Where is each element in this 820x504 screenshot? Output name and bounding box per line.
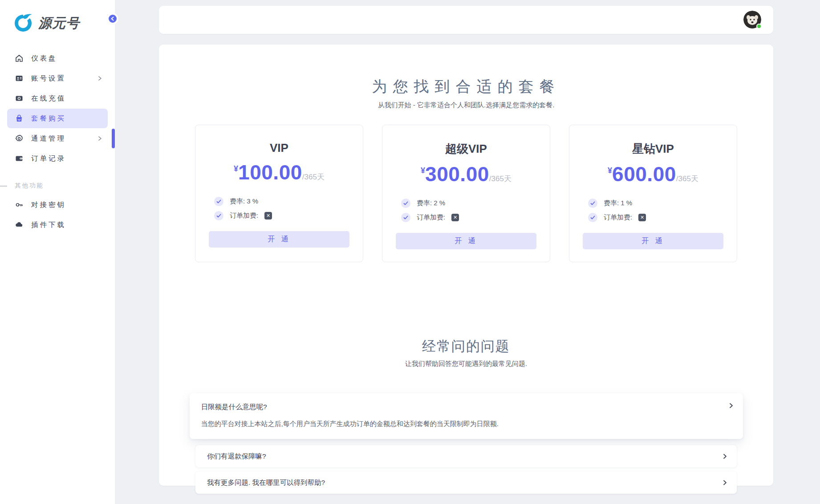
section-label: 其他功能	[15, 182, 44, 190]
rate-value: 2 %	[434, 199, 445, 207]
brand-logo[interactable]: 源元号	[0, 0, 115, 48]
rate-value: 1 %	[621, 199, 632, 207]
topbar	[159, 6, 773, 34]
rate-label: 费率:	[604, 199, 619, 207]
chevron-right-icon	[722, 453, 728, 459]
price-period: /365天	[302, 173, 325, 181]
rate-label: 费率:	[417, 199, 432, 207]
price-amount: 300.00	[425, 163, 489, 186]
feature-rate: 费率: 2 %	[401, 199, 536, 208]
faq-title: 经常问的问题	[159, 337, 773, 356]
shopping-bag-icon	[15, 114, 24, 123]
feature-label: 费率: 3 %	[230, 197, 258, 206]
plan-features: 费率: 1 % 订单加费: ✕	[583, 199, 723, 222]
app-root: 源元号 仪表盘 账号设置	[0, 0, 820, 504]
faq-item-daily-limit[interactable]: 日限额是什么意思呢? 当您的平台对接上本站之后,每个用户当天所产生成功订单的金额…	[190, 393, 743, 439]
pricing-subtitle: 从我们开始 - 它非常适合个人和团队.选择满足您需求的套餐.	[159, 101, 773, 110]
plan-price: ¥300.00/365天	[396, 162, 536, 186]
wallet-icon	[15, 154, 24, 163]
sidebar-item-api-keys[interactable]: 对接密钥	[7, 195, 108, 215]
sidebar-item-label: 账号设置	[31, 74, 66, 83]
plan-features: 费率: 3 % 订单加费: ✕	[209, 197, 349, 220]
check-icon	[214, 211, 223, 220]
check-icon	[588, 213, 597, 222]
feature-rate: 费率: 3 %	[214, 197, 349, 206]
sidebar-item-plugin-download[interactable]: 插件下载	[7, 215, 108, 235]
currency-symbol: ¥	[421, 166, 425, 175]
feature-surcharge: 订单加费: ✕	[401, 213, 536, 222]
sidebar-item-package-purchase[interactable]: 套餐购买	[7, 109, 108, 128]
check-icon	[588, 199, 597, 208]
user-avatar[interactable]	[743, 11, 761, 28]
id-card-icon	[15, 74, 24, 83]
pricing-title: 为您找到合适的套餐	[159, 45, 773, 97]
x-square-icon: ✕	[451, 214, 459, 221]
plan-name: VIP	[209, 141, 349, 155]
cloud-download-icon	[15, 220, 24, 229]
feature-surcharge: 订单加费: ✕	[214, 211, 349, 220]
feature-label: 费率: 1 %	[604, 199, 632, 207]
sidebar-item-channel-management[interactable]: 通道管理	[7, 129, 108, 148]
feature-label: 费率: 2 %	[417, 199, 445, 207]
plan-card-super-vip: 超级VIP ¥300.00/365天 费率: 2 % 订单加费: ✕ 开 通	[382, 125, 550, 262]
sidebar-item-label: 对接密钥	[31, 200, 66, 210]
sidebar-nav: 仪表盘 账号设置 在线充值 套	[0, 49, 115, 235]
sidebar-item-label: 套餐购买	[31, 114, 66, 123]
feature-label: 订单加费:	[230, 211, 258, 220]
plan-price: ¥100.00/365天	[209, 160, 349, 184]
feature-surcharge: 订单加费: ✕	[588, 213, 723, 222]
sidebar: 源元号 仪表盘 账号设置	[0, 0, 115, 504]
faq-answer: 当您的平台对接上本站之后,每个用户当天所产生成功订单的金额总和达到套餐的当天限制…	[201, 420, 731, 428]
currency-symbol: ¥	[234, 164, 238, 173]
sidebar-item-dashboard[interactable]: 仪表盘	[7, 49, 108, 68]
faq-subtitle: 让我们帮助回答您可能遇到的最常见问题.	[159, 360, 773, 368]
sidebar-item-label: 插件下载	[31, 220, 66, 230]
plan-name: 超级VIP	[396, 141, 536, 157]
sidebar-item-online-recharge[interactable]: 在线充值	[7, 89, 108, 108]
active-item-indicator	[112, 129, 115, 148]
check-icon	[401, 199, 410, 208]
price-amount: 100.00	[238, 161, 302, 184]
faq-item-more-help[interactable]: 我有更多问题. 我在哪里可以得到帮助?	[195, 471, 737, 494]
plan-name: 星钻VIP	[583, 141, 723, 157]
currency-symbol: ¥	[608, 166, 612, 175]
sidebar-item-label: 订单记录	[31, 154, 66, 163]
gear-icon	[15, 134, 24, 143]
feature-label: 订单加费:	[604, 213, 632, 222]
plan-card-star-diamond-vip: 星钻VIP ¥600.00/365天 费率: 1 % 订单加费: ✕ 开 通	[569, 125, 737, 262]
chevron-right-icon	[728, 402, 734, 409]
x-square-icon: ✕	[264, 212, 272, 219]
sidebar-section-other: 其他功能	[0, 182, 115, 190]
chevron-right-icon	[97, 136, 102, 141]
faq-question: 你们有退款保障嘛?	[207, 452, 266, 461]
sidebar-collapse-button[interactable]	[107, 13, 118, 24]
faq-question: 日限额是什么意思呢?	[201, 402, 731, 412]
sidebar-item-account-settings[interactable]: 账号设置	[7, 69, 108, 88]
plan-features: 费率: 2 % 订单加费: ✕	[396, 199, 536, 222]
section-divider	[0, 186, 7, 187]
brand-logo-text: 源元号	[38, 14, 80, 33]
faq-question: 我有更多问题. 我在哪里可以得到帮助?	[207, 478, 325, 488]
price-period: /365天	[676, 175, 698, 183]
faq-list: 日限额是什么意思呢? 当您的平台对接上本站之后,每个用户当天所产生成功订单的金额…	[190, 393, 743, 494]
sidebar-item-label: 通道管理	[31, 134, 66, 143]
online-status-dot	[756, 24, 762, 29]
faq-item-refund[interactable]: 你们有退款保障嘛?	[195, 445, 737, 467]
feature-rate: 费率: 1 %	[588, 199, 723, 208]
check-icon	[401, 213, 410, 222]
chevron-right-icon	[97, 76, 102, 81]
sidebar-item-label: 在线充值	[31, 94, 66, 103]
open-plan-button[interactable]: 开 通	[396, 233, 536, 249]
open-plan-button[interactable]: 开 通	[583, 233, 723, 249]
key-icon	[15, 200, 24, 209]
x-square-icon: ✕	[638, 214, 646, 221]
check-icon	[214, 197, 223, 206]
chevron-right-icon	[722, 480, 728, 486]
rate-label: 费率:	[230, 197, 245, 205]
price-amount: 600.00	[612, 163, 676, 186]
rate-value: 3 %	[247, 197, 258, 205]
open-plan-button[interactable]: 开 通	[209, 231, 349, 248]
brand-logo-icon	[12, 12, 35, 35]
sidebar-item-order-records[interactable]: 订单记录	[7, 149, 108, 168]
plan-price: ¥600.00/365天	[583, 162, 723, 186]
